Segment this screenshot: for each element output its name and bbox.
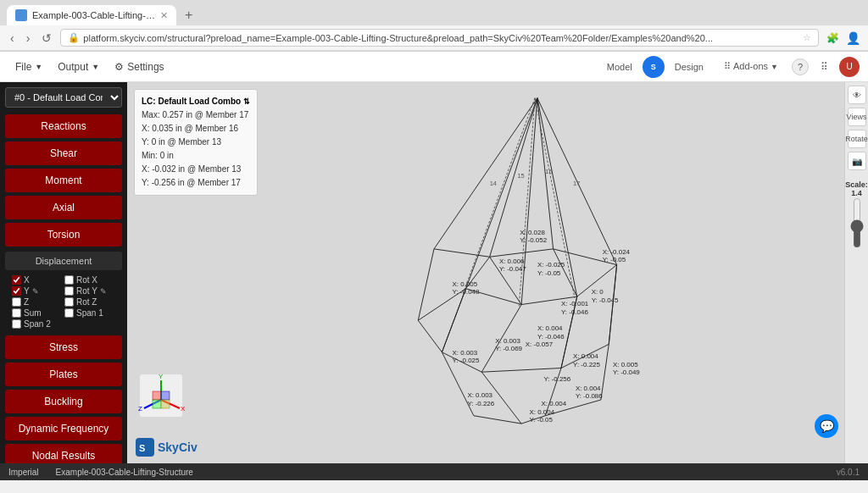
scale-slider[interactable] [850, 197, 864, 248]
views-button[interactable]: Views [848, 108, 866, 126]
info-x1: X: 0.035 in @ Member 16 [142, 122, 250, 136]
scale-label: Scale: [845, 180, 868, 189]
checkbox-z-input[interactable] [12, 297, 21, 307]
checkbox-rot-x-input[interactable] [64, 275, 74, 285]
sidebar: #0 - Default Load Combo Reactions Shear … [0, 82, 127, 463]
checkbox-rot-y-input[interactable] [64, 286, 74, 296]
svg-text:X: 0.003: X: 0.003 [467, 391, 492, 399]
tab-bar: Example-003-Cable-Lifting-S... ✕ + [0, 0, 868, 25]
solve-icon[interactable]: S [643, 56, 665, 78]
load-combo-select[interactable]: #0 - Default Load Combo [5, 87, 122, 108]
info-min: Min: 0 in [142, 149, 250, 163]
active-tab[interactable]: Example-003-Cable-Lifting-S... ✕ [7, 5, 176, 25]
tab-model[interactable]: Model [600, 59, 639, 75]
checkbox-y-input[interactable] [12, 286, 21, 296]
checkbox-z[interactable]: Z [12, 297, 63, 307]
help-button[interactable]: ? [792, 58, 809, 75]
svg-text:Y: -0.025: Y: -0.025 [453, 357, 480, 364]
svg-text:X: -0.057: X: -0.057 [526, 341, 554, 348]
checkbox-rot-x[interactable]: Rot X [64, 275, 115, 285]
checkbox-sum-input[interactable] [12, 308, 21, 318]
new-tab-button[interactable]: + [180, 6, 198, 25]
checkbox-z-label: Z [24, 297, 29, 307]
checkbox-sum[interactable]: Sum [12, 308, 63, 318]
extensions-icon[interactable]: 🧩 [824, 30, 841, 47]
stress-button[interactable]: Stress [5, 335, 122, 359]
bookmark-icon[interactable]: ☆ [803, 32, 811, 43]
moment-button[interactable]: Moment [5, 169, 122, 192]
chat-button[interactable]: 💬 [815, 414, 838, 438]
info-max: Max: 0.257 in @ Member 17 [142, 108, 250, 122]
camera-button[interactable]: 📷 [848, 152, 866, 170]
svg-text:Y: -0.086: Y: -0.086 [576, 392, 603, 400]
svg-text:15: 15 [517, 172, 524, 180]
checkbox-rot-x-label: Rot X [76, 275, 97, 285]
checkbox-y[interactable]: Y ✎ [12, 286, 63, 296]
user-avatar[interactable]: U [839, 57, 860, 77]
svg-text:X: 0.028: X: 0.028 [520, 229, 545, 236]
svg-line-25 [601, 344, 609, 400]
checkbox-x[interactable]: X [12, 275, 63, 285]
info-sort-icon: ⇅ [243, 97, 250, 106]
svg-text:Y: -0.05: Y: -0.05 [530, 416, 554, 424]
svg-text:Y: -0.045: Y: -0.045 [592, 296, 619, 304]
svg-text:X: -0.025: X: -0.025 [537, 261, 565, 269]
reload-button[interactable]: ↺ [38, 30, 55, 47]
right-toolbar: 👁 Views Rotate 📷 Scale: 1.4 [844, 82, 868, 463]
file-menu-button[interactable]: File ▼ [8, 58, 49, 76]
dynamic-frequency-button[interactable]: Dynamic Frequency [5, 417, 122, 440]
eye-button[interactable]: 👁 [848, 86, 866, 104]
nodal-results-button[interactable]: Nodal Results [5, 444, 122, 463]
address-text: platform.skyciv.com/structural?preload_n… [83, 33, 799, 43]
tab-design[interactable]: Design [668, 59, 710, 75]
buckling-button[interactable]: Buckling [5, 390, 122, 413]
axial-button[interactable]: Axial [5, 196, 122, 219]
checkbox-span1-input[interactable] [64, 308, 74, 318]
checkbox-x-input[interactable] [12, 275, 21, 285]
svg-line-13 [490, 249, 554, 257]
apps-grid-icon[interactable]: ⠿ [815, 58, 832, 75]
svg-text:Y: -0.052: Y: -0.052 [520, 236, 547, 244]
tab-close-button[interactable]: ✕ [160, 10, 168, 21]
settings-button[interactable]: ⚙ Settings [108, 58, 170, 76]
svg-text:Y: -0.256: Y: -0.256 [543, 375, 570, 383]
edit-icon-rot-y: ✎ [100, 287, 107, 296]
svg-text:Y: -0.047: Y: -0.047 [499, 265, 526, 273]
displacement-label[interactable]: Displacement [5, 252, 122, 270]
load-combo-dropdown[interactable]: #0 - Default Load Combo [5, 87, 122, 108]
svg-text:Z: Z [138, 405, 142, 413]
output-chevron: ▼ [92, 63, 99, 71]
checkbox-x-label: X [24, 275, 30, 285]
checkbox-rot-z[interactable]: Rot Z [64, 297, 115, 307]
checkbox-span1[interactable]: Span 1 [64, 308, 115, 318]
svg-line-19 [481, 368, 561, 373]
shear-button[interactable]: Shear [5, 141, 122, 165]
forward-button[interactable]: › [23, 30, 34, 47]
svg-line-21 [418, 320, 442, 352]
svg-text:X: -0.024: X: -0.024 [603, 248, 631, 256]
checkbox-rot-y[interactable]: Rot Y ✎ [64, 286, 115, 296]
plates-button[interactable]: Plates [5, 363, 122, 386]
checkbox-rot-z-input[interactable] [64, 297, 74, 307]
svg-text:14: 14 [490, 180, 497, 187]
svg-text:X: 0.004: X: 0.004 [537, 324, 563, 332]
scale-value: 1.4 [845, 189, 868, 197]
torsion-button[interactable]: Torsion [5, 223, 122, 246]
info-x2: X: -0.032 in @ Member 13 [142, 163, 250, 176]
svg-text:Y: Y [159, 373, 164, 380]
profile-icon[interactable]: 👤 [844, 30, 861, 47]
addons-button[interactable]: ⠿ Add-ons ▼ [717, 58, 785, 75]
address-bar[interactable]: 🔒 platform.skyciv.com/structural?preload… [60, 29, 819, 47]
output-menu-button[interactable]: Output ▼ [51, 58, 106, 76]
displacement-section: Displacement X Rot X Y ✎ [5, 252, 122, 332]
svg-text:Y: -0.05: Y: -0.05 [537, 269, 561, 277]
rotate-button[interactable]: Rotate [848, 130, 866, 148]
checkbox-y-label: Y [24, 286, 30, 296]
svg-text:Y: -0.046: Y: -0.046 [561, 308, 588, 316]
checkbox-rot-y-label: Rot Y [76, 286, 97, 296]
reactions-button[interactable]: Reactions [5, 114, 122, 138]
checkbox-span2-input[interactable] [12, 319, 21, 329]
svg-line-12 [434, 249, 490, 257]
back-button[interactable]: ‹ [7, 30, 18, 47]
checkbox-span2[interactable]: Span 2 [12, 319, 63, 329]
